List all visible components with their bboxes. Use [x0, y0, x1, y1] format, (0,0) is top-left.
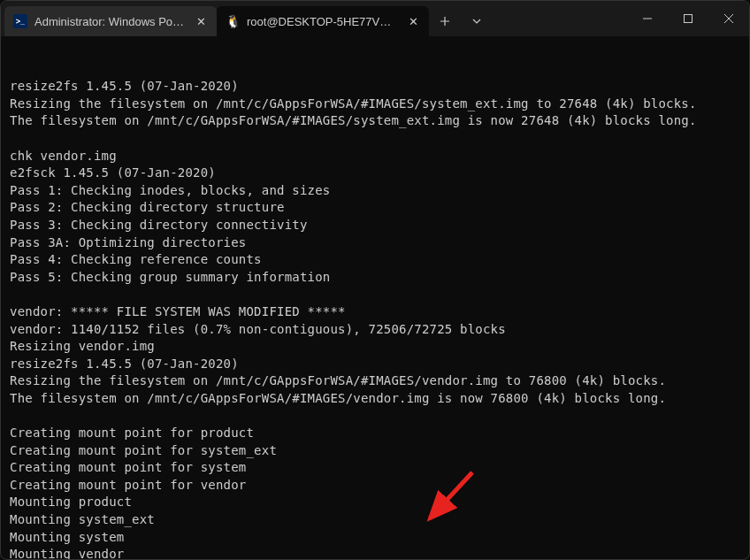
terminal-line: Creating mount point for vendor [10, 477, 740, 495]
tab-title: root@DESKTOP-5HE77VO: /mn [247, 15, 399, 28]
terminal-line: Pass 3: Checking directory connectivity [10, 217, 740, 234]
close-icon[interactable]: ✕ [194, 14, 208, 28]
terminal-line: vendor: ***** FILE SYSTEM WAS MODIFIED *… [10, 303, 740, 321]
terminal-line: Pass 1: Checking inodes, blocks, and siz… [10, 182, 740, 200]
terminal-line: vendor: 1140/1152 files (0.7% non-contig… [10, 321, 740, 339]
terminal-line: Resizing the filesystem on /mnt/c/GAppsF… [10, 96, 740, 113]
terminal-line: resize2fs 1.45.5 (07-Jan-2020) [10, 356, 740, 373]
tab-strip: >_ Administrator: Windows PowerS ✕ 🐧 roo… [1, 1, 429, 36]
close-icon [724, 14, 733, 23]
terminal-line: Creating mount point for system_ext [10, 442, 740, 460]
minimize-icon [643, 14, 652, 23]
window-controls [627, 1, 749, 36]
terminal-output[interactable]: resize2fs 1.45.5 (07-Jan-2020)Resizing t… [1, 36, 749, 560]
terminal-line: Pass 3A: Optimizing directories [10, 234, 740, 252]
terminal-line: e2fsck 1.45.5 (07-Jan-2020) [10, 165, 740, 182]
terminal-line: The filesystem on /mnt/c/GAppsForWSA/#IM… [10, 390, 740, 408]
minimize-button[interactable] [627, 1, 668, 36]
tab-dropdown-button[interactable] [461, 6, 493, 36]
terminal-line: The filesystem on /mnt/c/GAppsForWSA/#IM… [10, 112, 740, 130]
tux-icon: 🐧 [226, 14, 240, 28]
maximize-button[interactable] [668, 1, 708, 36]
tab-linux[interactable]: 🐧 root@DESKTOP-5HE77VO: /mn ✕ [217, 6, 429, 36]
terminal-line: Mounting product [10, 494, 740, 511]
titlebar: >_ Administrator: Windows PowerS ✕ 🐧 roo… [1, 1, 749, 36]
maximize-icon [684, 14, 693, 23]
terminal-line [10, 407, 740, 425]
titlebar-drag-area[interactable] [493, 1, 627, 36]
terminal-line: Pass 4: Checking reference counts [10, 251, 740, 269]
chevron-down-icon [471, 16, 482, 27]
terminal-line: Mounting vendor [10, 546, 740, 560]
close-icon[interactable]: ✕ [406, 14, 420, 28]
new-tab-button[interactable] [429, 6, 461, 36]
terminal-line [10, 286, 740, 303]
terminal-line: Pass 2: Checking directory structure [10, 199, 740, 217]
tab-title: Administrator: Windows PowerS [34, 15, 187, 28]
svg-rect-0 [685, 15, 693, 23]
terminal-line: Resizing the filesystem on /mnt/c/GAppsF… [10, 372, 740, 390]
terminal-line [10, 130, 740, 148]
terminal-line: Creating mount point for product [10, 425, 740, 442]
terminal-line: chk vendor.img [10, 148, 740, 165]
terminal-line: resize2fs 1.45.5 (07-Jan-2020) [10, 78, 740, 96]
terminal-line: Mounting system_ext [10, 511, 740, 529]
terminal-line: Mounting system [10, 529, 740, 547]
plus-icon [440, 16, 450, 27]
terminal-line: Pass 5: Checking group summary informati… [10, 269, 740, 287]
powershell-icon: >_ [13, 14, 27, 28]
close-window-button[interactable] [708, 1, 749, 36]
terminal-line: Resizing vendor.img [10, 338, 740, 356]
tab-powershell[interactable]: >_ Administrator: Windows PowerS ✕ [4, 6, 217, 36]
terminal-line: Creating mount point for system [10, 459, 740, 477]
